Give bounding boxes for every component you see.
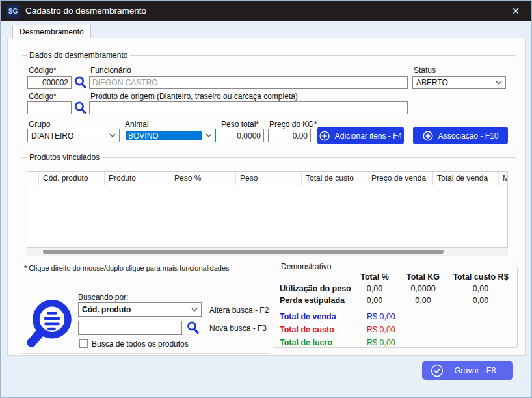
total-venda-label: Total de venda [277, 311, 354, 324]
group-demonstrativo: Demonstrativo Total % Total KG Total cus… [273, 267, 518, 348]
produto-origem-input[interactable] [89, 101, 408, 114]
busca-tipo-value: Cód. produto [79, 305, 188, 314]
produtos-table-body[interactable] [27, 185, 507, 248]
column-header[interactable]: Peso % [170, 172, 236, 185]
associacao-label: Associação - F10 [438, 131, 499, 140]
demo-row-label: Utilização do peso [277, 284, 354, 295]
demo-col-header: Total KG [395, 272, 451, 284]
window-title: Cadastro do desmembramento [25, 1, 146, 21]
peso-total-input[interactable] [220, 129, 264, 142]
total-lucro-value: R$ 0,00 [354, 337, 511, 350]
demo-col-header: Total % [354, 272, 395, 284]
associacao-button[interactable]: Associação - F10 [413, 127, 508, 144]
funcionario-input[interactable] [89, 76, 408, 89]
gravar-label: Gravar - F8 [444, 366, 513, 375]
preco-kg-input[interactable] [268, 129, 311, 142]
plus-circle-icon [423, 131, 433, 141]
demo-corner [277, 272, 354, 284]
adicionar-itens-button[interactable]: Adicionar itens - F4 [317, 127, 404, 144]
busca-tipo-select[interactable]: Cód. produto [78, 302, 202, 317]
demo-row-label: Perda estipulada [277, 295, 354, 307]
chevron-down-icon[interactable] [492, 77, 505, 88]
demo-col-header: Total custo R$ [451, 272, 511, 284]
codigo2-input[interactable] [27, 101, 72, 114]
funcionario-label: Funcionário [90, 66, 131, 75]
check-circle-icon [431, 364, 444, 377]
preco-kg-label: Preço do KG* [269, 120, 317, 129]
group-dados-legend: Dados do desmembramento [27, 51, 130, 60]
altera-busca-label: Altera busca - F2 [209, 306, 269, 315]
close-icon[interactable]: ✕ [507, 5, 525, 18]
app-logo-sg: SG [6, 4, 20, 18]
animal-select[interactable]: BOVINO [124, 129, 216, 142]
busca-input[interactable] [78, 321, 182, 335]
nova-busca-label: Nova busca - F3 [209, 324, 267, 333]
codigo1-input[interactable] [27, 76, 72, 89]
chevron-down-icon[interactable] [106, 129, 119, 142]
column-header[interactable]: Total de custo [302, 172, 367, 185]
nova-busca-search-icon[interactable] [186, 321, 200, 335]
demo-value: 0,0000 [395, 284, 451, 295]
column-header[interactable]: Peso [236, 172, 302, 185]
column-header[interactable]: Total de venda [433, 172, 499, 185]
codigo2-search-icon[interactable] [73, 101, 88, 115]
buscando-por-label: Buscando por: [78, 293, 128, 302]
demo-value: 0,00 [354, 295, 395, 307]
produtos-table: Cód. produto Produto Peso % Peso Total d… [27, 171, 508, 248]
chevron-down-icon[interactable] [202, 129, 215, 142]
gravar-button[interactable]: Gravar - F8 [422, 361, 513, 380]
status-select[interactable]: ABERTO [412, 76, 506, 89]
produto-origem-label: Produto de origem (Dianteiro, traseiro o… [90, 92, 298, 101]
codigo1-search-icon[interactable] [73, 75, 88, 90]
hint-note: * Clique direito do mouse/duplo clique p… [24, 264, 230, 272]
demonstrativo-table: Total % Total KG Total custo R$ Utilizaç… [277, 272, 514, 350]
chevron-down-icon[interactable] [188, 303, 201, 316]
status-value: ABERTO [413, 78, 492, 87]
demo-value: 0,00 [451, 284, 511, 295]
horizontal-scrollbar[interactable] [27, 248, 508, 256]
tab-page: Dados do desmembramento Código* Funcioná… [7, 38, 526, 356]
animal-label: Animal [125, 120, 149, 129]
group-demonstrativo-legend: Demonstrativo [278, 262, 334, 271]
column-header[interactable]: Cód. produto [39, 172, 105, 185]
demo-value: 0,00 [451, 295, 511, 307]
grupo-label: Grupo [29, 120, 50, 129]
search-list-icon [26, 297, 78, 352]
row-selector-header [27, 172, 39, 185]
column-header[interactable]: M [499, 172, 508, 185]
demo-value: 0,00 [395, 295, 451, 307]
status-label: Status [414, 66, 436, 75]
animal-value: BOVINO [126, 131, 202, 140]
column-header[interactable]: Preço de venda [367, 172, 433, 185]
total-custo-value: R$ 0,00 [354, 324, 511, 337]
busca-todos-checkbox[interactable] [79, 339, 88, 348]
total-venda-value: R$ 0,00 [354, 311, 511, 324]
codigo2-label: Código* [29, 92, 57, 101]
app-window: SG Cadastro do desmembramento ✕ Desmembr… [0, 0, 532, 398]
demo-value: 0,00 [354, 284, 395, 295]
produtos-table-header: Cód. produto Produto Peso % Peso Total d… [27, 172, 507, 185]
titlebar[interactable]: SG Cadastro do desmembramento ✕ [1, 1, 531, 21]
grupo-select[interactable]: DIANTEIRO [27, 129, 120, 142]
adicionar-itens-label: Adicionar itens - F4 [335, 131, 402, 140]
column-header[interactable]: Produto [105, 172, 170, 185]
total-lucro-label: Total de lucro [277, 337, 354, 350]
grupo-value: DIANTEIRO [28, 131, 106, 140]
busca-todos-label: Busca de todos os produtos [92, 339, 189, 349]
peso-total-label: Peso total* [221, 120, 259, 129]
tab-desmembramento[interactable]: Desmembramento [12, 25, 91, 38]
plus-circle-icon [319, 131, 330, 141]
scrollbar-thumb[interactable] [43, 250, 444, 254]
group-produtos-legend: Produtos vinculados [27, 153, 102, 162]
codigo1-label: Código* [29, 66, 57, 75]
total-custo-label: Total de custo [277, 324, 354, 337]
